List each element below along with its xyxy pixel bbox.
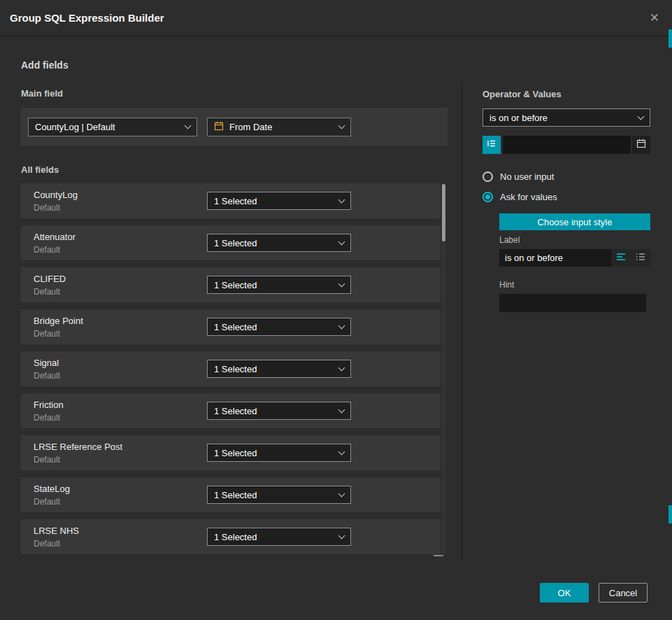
- field-selected-value: 1 Selected: [214, 490, 257, 500]
- chevron-down-icon: [338, 122, 345, 129]
- date-value-input[interactable]: [503, 136, 631, 154]
- field-subtitle: Default: [34, 455, 207, 465]
- field-subtitle: Default: [34, 245, 207, 255]
- chevron-down-icon: [338, 323, 345, 330]
- field-name: Bridge Point: [34, 316, 207, 326]
- field-row-lrse-nhs: LRSE NHS Default 1 Selected: [21, 519, 441, 554]
- field-name: Attenuator: [34, 232, 207, 242]
- field-selected-value: 1 Selected: [214, 448, 257, 458]
- all-fields-heading: All fields: [21, 164, 59, 175]
- main-layer-select[interactable]: CountyLog | Default: [28, 118, 197, 136]
- field-row-friction: Friction Default 1 Selected: [21, 393, 441, 428]
- list-lines-icon: [487, 139, 496, 151]
- field-name: Friction: [34, 400, 207, 410]
- field-name: CLIFED: [34, 274, 207, 284]
- main-layer-select-value: CountyLog | Default: [35, 122, 115, 132]
- label-caption: Label: [499, 235, 520, 245]
- main-field-heading: Main field: [21, 88, 63, 99]
- ok-button[interactable]: OK: [540, 583, 589, 603]
- chevron-down-icon: [185, 122, 192, 129]
- field-row-countylog: CountyLog Default 1 Selected: [21, 183, 441, 218]
- field-selected-value: 1 Selected: [214, 532, 257, 542]
- choose-input-style-button[interactable]: Choose input style: [499, 213, 650, 230]
- calendar-icon: [214, 121, 224, 133]
- field-selected-dropdown[interactable]: 1 Selected: [207, 402, 351, 420]
- radio-selected-icon: [482, 192, 493, 202]
- field-row-lrse-reference-post: LRSE Reference Post Default 1 Selected: [21, 435, 441, 470]
- all-fields-list: CountyLog Default 1 Selected Attenuator …: [21, 183, 441, 561]
- main-field-panel: CountyLog | Default From Date: [21, 108, 448, 146]
- main-date-field-select[interactable]: From Date: [207, 118, 351, 136]
- operator-select-value: is on or before: [489, 113, 548, 123]
- field-row-statelog: StateLog Default 1 Selected: [21, 477, 441, 512]
- chevron-down-icon: [338, 407, 345, 414]
- list-scrollbar[interactable]: [442, 184, 445, 555]
- chevron-down-icon: [338, 281, 345, 288]
- bulleted-list-icon: [636, 252, 645, 265]
- field-row-attenuator: Attenuator Default 1 Selected: [21, 225, 441, 260]
- chevron-down-icon: [338, 449, 345, 456]
- field-row-bridge-point: Bridge Point Default 1 Selected: [21, 309, 441, 344]
- input-style-single-line-button[interactable]: [611, 249, 631, 267]
- dialog-scrollbar-segment-top[interactable]: [669, 29, 672, 48]
- hint-input[interactable]: [499, 294, 646, 312]
- field-subtitle: Default: [34, 371, 207, 381]
- chevron-down-icon: [338, 365, 345, 372]
- list-scroll-end-indicator: [434, 555, 443, 556]
- field-name: LRSE NHS: [34, 526, 207, 536]
- vertical-divider: [462, 83, 462, 560]
- operator-select[interactable]: is on or before: [482, 108, 650, 127]
- label-input-row: [499, 249, 650, 267]
- radio-circle-icon: [482, 171, 493, 182]
- calendar-icon: [636, 139, 646, 151]
- radio-no-user-input[interactable]: No user input: [482, 171, 554, 182]
- field-selected-value: 1 Selected: [214, 322, 257, 332]
- field-selected-dropdown[interactable]: 1 Selected: [207, 234, 351, 252]
- add-fields-heading: Add fields: [21, 59, 69, 71]
- chevron-down-icon: [338, 239, 345, 246]
- field-name: StateLog: [34, 484, 207, 494]
- field-selected-dropdown[interactable]: 1 Selected: [207, 276, 351, 294]
- field-selected-value: 1 Selected: [214, 406, 257, 416]
- field-row-clifed: CLIFED Default 1 Selected: [21, 267, 441, 302]
- field-selected-value: 1 Selected: [214, 280, 257, 290]
- label-input[interactable]: [499, 249, 611, 267]
- field-row-signal: Signal Default 1 Selected: [21, 351, 441, 386]
- group-sql-expression-builder-dialog: Group SQL Expression Builder ✕ Add field…: [0, 0, 672, 620]
- value-input-mode-button[interactable]: [482, 136, 501, 154]
- field-selected-value: 1 Selected: [214, 238, 257, 248]
- field-subtitle: Default: [34, 287, 207, 297]
- list-scrollbar-thumb[interactable]: [442, 184, 445, 241]
- date-value-row: [482, 136, 650, 154]
- field-selected-dropdown[interactable]: 1 Selected: [207, 360, 351, 378]
- field-subtitle: Default: [34, 329, 207, 339]
- dialog-scrollbar-segment-bottom[interactable]: [669, 505, 672, 523]
- close-icon[interactable]: ✕: [650, 12, 659, 24]
- cancel-button[interactable]: Cancel: [599, 583, 648, 603]
- align-left-icon: [616, 252, 626, 265]
- field-selected-dropdown[interactable]: 1 Selected: [207, 192, 351, 210]
- field-subtitle: Default: [34, 497, 207, 507]
- main-date-field-value: From Date: [229, 122, 272, 132]
- field-selected-dropdown[interactable]: 1 Selected: [207, 486, 351, 504]
- dialog-titlebar: Group SQL Expression Builder ✕: [0, 0, 672, 36]
- radio-ask-for-values-label: Ask for values: [500, 192, 557, 202]
- chevron-down-icon: [638, 113, 645, 120]
- chevron-down-icon: [338, 533, 345, 540]
- field-subtitle: Default: [34, 539, 207, 549]
- field-selected-value: 1 Selected: [214, 364, 257, 374]
- field-selected-dropdown[interactable]: 1 Selected: [207, 318, 351, 336]
- field-subtitle: Default: [34, 413, 207, 423]
- field-subtitle: Default: [34, 203, 207, 213]
- input-style-list-button[interactable]: [631, 249, 650, 267]
- operator-values-heading: Operator & Values: [482, 89, 562, 99]
- dialog-title: Group SQL Expression Builder: [10, 12, 164, 24]
- field-name: LRSE Reference Post: [34, 442, 207, 452]
- radio-ask-for-values[interactable]: Ask for values: [482, 192, 557, 202]
- field-selected-dropdown[interactable]: 1 Selected: [207, 528, 351, 546]
- field-selected-dropdown[interactable]: 1 Selected: [207, 444, 351, 462]
- field-name: CountyLog: [34, 190, 207, 200]
- field-name: Signal: [34, 358, 207, 368]
- chevron-down-icon: [338, 197, 345, 204]
- date-picker-button[interactable]: [632, 136, 650, 154]
